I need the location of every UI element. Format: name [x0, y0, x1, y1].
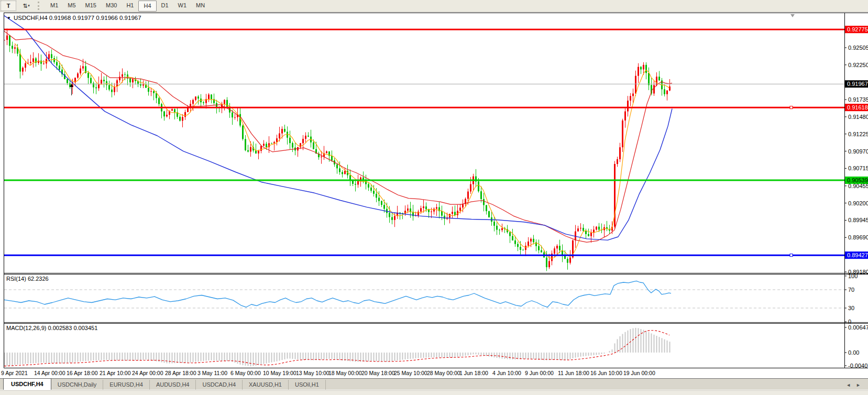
candle-body	[522, 250, 524, 250]
price-tick-label: 0.89945	[848, 217, 868, 223]
candle-body	[38, 61, 39, 63]
candle-body	[12, 46, 13, 49]
candle-body	[108, 85, 110, 90]
hline-handle[interactable]	[790, 254, 793, 257]
price-tick-label: 0.90970	[848, 148, 868, 155]
time-axis-label: 28 Apr 18:00	[165, 370, 196, 376]
price-tick-label: 0.91480	[848, 114, 868, 120]
candle-body	[525, 246, 526, 250]
candle-body	[239, 114, 241, 126]
candle-body	[179, 117, 181, 121]
chart-tab-usdcnh-daily[interactable]: USDCNH,Daily	[51, 380, 104, 390]
chart-tab-usoil-h1[interactable]: USOil,H1	[289, 380, 326, 390]
rsi-indicator-label: RSI(14) 62.2326	[6, 276, 49, 282]
candle-body	[326, 151, 327, 153]
candle-body	[40, 61, 42, 64]
candle-body	[349, 175, 351, 180]
candle-body	[284, 129, 285, 131]
time-axis-label: 19 Jun 00:00	[623, 370, 655, 376]
candle-body	[148, 88, 149, 92]
price-tick-label: 0.91735	[848, 96, 868, 103]
candle-body	[48, 54, 50, 59]
candle-body	[467, 192, 469, 199]
chart-tab-xauusd-h1[interactable]: XAUUSD,H1	[243, 380, 289, 390]
time-axis-label: 3 May 11:00	[197, 370, 227, 376]
candle-body	[389, 213, 390, 217]
candle-body	[480, 191, 482, 199]
macd-scale-label: 0.006477	[848, 324, 868, 331]
candle-body	[247, 150, 249, 152]
candle-body	[548, 261, 550, 267]
candle-body	[300, 143, 301, 147]
chart-tab-eurusd-h4[interactable]: EURUSD,H4	[103, 380, 150, 390]
candle-body	[208, 94, 210, 99]
candle-body	[638, 67, 639, 76]
candle-body	[51, 54, 52, 58]
candle-body	[383, 205, 385, 209]
candle-body	[43, 63, 45, 64]
candle-body	[129, 79, 131, 83]
symbol-ohlc-title: USDCHF,H4 0.91968 0.91977 0.91966 0.9196…	[14, 15, 141, 21]
candle-body	[122, 74, 123, 77]
rsi-level-label: 70	[848, 287, 854, 293]
candle-body	[82, 66, 84, 68]
candle-body	[648, 73, 650, 85]
candle-body	[580, 228, 581, 228]
candle-body	[95, 87, 97, 89]
candle-body	[114, 86, 115, 92]
hline-handle[interactable]	[790, 106, 793, 109]
candle-body	[499, 230, 500, 231]
tab-scroll-left-icon[interactable]: ◄	[846, 382, 851, 388]
candle-body	[514, 240, 516, 244]
candle-body	[420, 208, 422, 212]
chart-canvas[interactable]: ▼USDCHF,H4 0.91968 0.91977 0.91966 0.919…	[0, 0, 868, 395]
candle-body	[19, 53, 21, 71]
macd-scale-label: 0.00	[848, 349, 859, 356]
candle-body	[368, 184, 369, 188]
candle-body	[203, 102, 204, 103]
candle-body	[376, 194, 377, 198]
candle-body	[171, 109, 173, 111]
price-badge-label: 0.90539	[847, 177, 868, 183]
price-axis: 0.925050.922500.917350.914800.912250.909…	[844, 26, 868, 275]
candle-body	[520, 247, 521, 250]
candle-body	[528, 242, 529, 246]
time-axis-label: 25 May 10:00	[394, 370, 427, 376]
candle-body	[444, 216, 445, 219]
price-tick-label: 0.92505	[848, 45, 868, 51]
candle-body	[245, 139, 246, 150]
tab-scroll-right-icon[interactable]: ►	[856, 382, 861, 388]
candle-body	[163, 112, 165, 117]
chart-tab-usdcad-h4[interactable]: USDCAD,H4	[196, 380, 243, 390]
candle-body	[255, 150, 257, 153]
candle-body	[617, 159, 618, 164]
candle-body	[140, 84, 141, 85]
candle-body	[77, 73, 79, 78]
candle-body	[344, 171, 346, 174]
candle-body	[53, 58, 55, 62]
candle-body	[632, 94, 634, 96]
chart-tab-usdchf-h4[interactable]: USDCHF,H4	[3, 378, 51, 390]
candle-body	[150, 91, 152, 92]
chart-tab-audusd-h4[interactable]: AUDUSD,H4	[150, 380, 196, 390]
candle-body	[355, 184, 356, 185]
candle-body	[101, 80, 102, 84]
candle-body	[192, 100, 194, 104]
candle-body	[624, 112, 626, 120]
price-tick-label: 0.91225	[848, 131, 868, 137]
candle-body	[622, 120, 623, 147]
candle-body	[132, 79, 134, 82]
candle-body	[541, 250, 542, 253]
candle-body	[258, 151, 259, 153]
price-tick-label: 0.90200	[848, 200, 868, 206]
candle-body	[373, 191, 375, 194]
time-axis-label: 11 Jun 18:00	[558, 370, 589, 376]
time-axis-label: 9 Apr 2021	[1, 370, 28, 376]
candle-body	[483, 199, 485, 205]
candle-body	[307, 136, 309, 137]
price-badge-label: 0.91967	[847, 81, 868, 87]
candle-body	[30, 62, 31, 63]
candle-body	[554, 248, 555, 254]
candle-body	[462, 204, 464, 208]
candle-body	[433, 209, 435, 211]
